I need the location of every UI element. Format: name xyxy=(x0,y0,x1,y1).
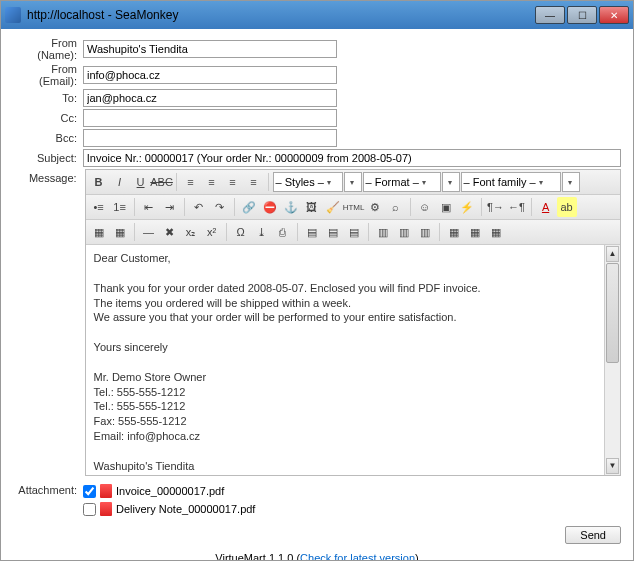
attachment-checkbox-1[interactable] xyxy=(83,503,96,516)
merge-cell-button[interactable]: ▦ xyxy=(465,222,485,242)
app-icon xyxy=(5,7,21,23)
link-button[interactable]: 🔗 xyxy=(239,197,259,217)
align-left-button[interactable]: ≡ xyxy=(181,172,201,192)
text-color-button[interactable]: A xyxy=(536,197,556,217)
window-title: http://localhost - SeaMonkey xyxy=(27,8,535,22)
redo-button[interactable]: ↷ xyxy=(210,197,230,217)
to-label: To: xyxy=(13,92,83,104)
ltr-button[interactable]: ¶→ xyxy=(486,197,506,217)
scroll-down-icon[interactable]: ▼ xyxy=(606,458,619,474)
sup-button[interactable]: x² xyxy=(202,222,222,242)
bold-button[interactable]: B xyxy=(89,172,109,192)
scroll-thumb[interactable] xyxy=(606,263,619,363)
body-line: Washupito's Tiendita xyxy=(94,459,604,474)
preview-button[interactable]: ⌕ xyxy=(386,197,406,217)
numbered-list-button[interactable]: 1≡ xyxy=(110,197,130,217)
attachment-item: Invoice_00000017.pdf xyxy=(83,482,255,500)
italic-button[interactable]: I xyxy=(110,172,130,192)
editor-toolbar-2: •≡ 1≡ ⇤ ⇥ ↶ ↷ 🔗 ⛔ ⚓ 🖼 🧹 HTML ⚙ ⌕ ☺ ▣ xyxy=(86,195,620,220)
pdf-icon xyxy=(100,502,112,516)
message-label: Message: xyxy=(13,169,83,184)
col-after-button[interactable]: ▥ xyxy=(394,222,414,242)
subject-input[interactable] xyxy=(83,149,621,167)
code-button[interactable]: ⚙ xyxy=(365,197,385,217)
hr-button[interactable]: — xyxy=(139,222,159,242)
footer-product: VirtueMart 1.1.0 ( xyxy=(215,552,300,561)
scrollbar[interactable]: ▲ ▼ xyxy=(604,245,620,475)
body-line: Yours sincerely xyxy=(94,340,604,355)
body-line: Fax: 555-555-1212 xyxy=(94,414,604,429)
from-email-input[interactable] xyxy=(83,66,337,84)
subject-label: Subject: xyxy=(13,152,83,164)
bcc-label: Bcc: xyxy=(13,132,83,144)
bg-color-button[interactable]: ab xyxy=(557,197,577,217)
styles-dropdown[interactable]: – Styles –▾ xyxy=(273,172,343,192)
font-dropdown-arrow[interactable]: ▾ xyxy=(562,172,580,192)
outdent-button[interactable]: ⇤ xyxy=(139,197,159,217)
maximize-button[interactable]: ☐ xyxy=(567,6,597,24)
underline-button[interactable]: U xyxy=(131,172,151,192)
unlink-button[interactable]: ⛔ xyxy=(260,197,280,217)
delete-row-button[interactable]: ▤ xyxy=(344,222,364,242)
body-line: Tel.: 555-555-1212 xyxy=(94,399,604,414)
align-right-button[interactable]: ≡ xyxy=(223,172,243,192)
cc-input[interactable] xyxy=(83,109,337,127)
row-before-button[interactable]: ▤ xyxy=(302,222,322,242)
table-button[interactable]: ▦ xyxy=(89,222,109,242)
rich-text-editor: B I U ABC ≡ ≡ ≡ ≡ – Styles –▾ ▾ – Format… xyxy=(85,169,621,476)
html-button[interactable]: HTML xyxy=(344,197,364,217)
footer-link[interactable]: Check for latest version xyxy=(300,552,415,561)
body-line: Thank you for your order dated 2008-05-0… xyxy=(94,281,604,296)
close-button[interactable]: ✕ xyxy=(599,6,629,24)
scroll-up-icon[interactable]: ▲ xyxy=(606,246,619,262)
from-name-input[interactable] xyxy=(83,40,337,58)
anchor-button[interactable]: ⚓ xyxy=(281,197,301,217)
col-before-button[interactable]: ▥ xyxy=(373,222,393,242)
image-button[interactable]: 🖼 xyxy=(302,197,322,217)
bcc-input[interactable] xyxy=(83,129,337,147)
bullet-list-button[interactable]: •≡ xyxy=(89,197,109,217)
sub-button[interactable]: x₂ xyxy=(181,222,201,242)
body-line: Email: info@phoca.cz xyxy=(94,429,604,444)
footer: VirtueMart 1.1.0 (Check for latest versi… xyxy=(1,548,633,561)
smiley-button[interactable]: ☺ xyxy=(415,197,435,217)
message-body[interactable]: Dear Customer, Thank you for your order … xyxy=(86,245,620,475)
pdf-icon xyxy=(100,484,112,498)
row-after-button[interactable]: ▤ xyxy=(323,222,343,242)
attachment-item: Delivery Note_00000017.pdf xyxy=(83,500,255,518)
undo-button[interactable]: ↶ xyxy=(189,197,209,217)
editor-toolbar-1: B I U ABC ≡ ≡ ≡ ≡ – Styles –▾ ▾ – Format… xyxy=(86,170,620,195)
from-name-label: From (Name): xyxy=(13,37,83,61)
strikethrough-button[interactable]: ABC xyxy=(152,172,172,192)
split-cell-button[interactable]: ▦ xyxy=(444,222,464,242)
attachment-checkbox-0[interactable] xyxy=(83,485,96,498)
align-center-button[interactable]: ≡ xyxy=(202,172,222,192)
rtl-button[interactable]: ←¶ xyxy=(507,197,527,217)
pagebreak-button[interactable]: ⤓ xyxy=(252,222,272,242)
format-dropdown-arrow[interactable]: ▾ xyxy=(442,172,460,192)
align-justify-button[interactable]: ≡ xyxy=(244,172,264,192)
body-line: Dear Customer, xyxy=(94,251,604,266)
flash-button[interactable]: ⚡ xyxy=(457,197,477,217)
to-input[interactable] xyxy=(83,89,337,107)
attachment-label: Attachment: xyxy=(13,482,83,518)
font-family-dropdown[interactable]: – Font family –▾ xyxy=(461,172,561,192)
table-props-button[interactable]: ▦ xyxy=(110,222,130,242)
media-button[interactable]: ▣ xyxy=(436,197,456,217)
cc-label: Cc: xyxy=(13,112,83,124)
cleanup-button[interactable]: 🧹 xyxy=(323,197,343,217)
indent-button[interactable]: ⇥ xyxy=(160,197,180,217)
delete-col-button[interactable]: ▥ xyxy=(415,222,435,242)
remove-format-button[interactable]: ✖ xyxy=(160,222,180,242)
body-line: Tel.: 555-555-1212 xyxy=(94,385,604,400)
cell-props-button[interactable]: ▦ xyxy=(486,222,506,242)
titlebar: http://localhost - SeaMonkey — ☐ ✕ xyxy=(1,1,633,29)
print-button[interactable]: ⎙ xyxy=(273,222,293,242)
body-line: The items you ordered will be shipped wi… xyxy=(94,296,604,311)
minimize-button[interactable]: — xyxy=(535,6,565,24)
format-dropdown[interactable]: – Format –▾ xyxy=(363,172,441,192)
styles-dropdown-arrow[interactable]: ▾ xyxy=(344,172,362,192)
char-button[interactable]: Ω xyxy=(231,222,251,242)
from-email-label: From (Email): xyxy=(13,63,83,87)
send-button[interactable]: Send xyxy=(565,526,621,544)
